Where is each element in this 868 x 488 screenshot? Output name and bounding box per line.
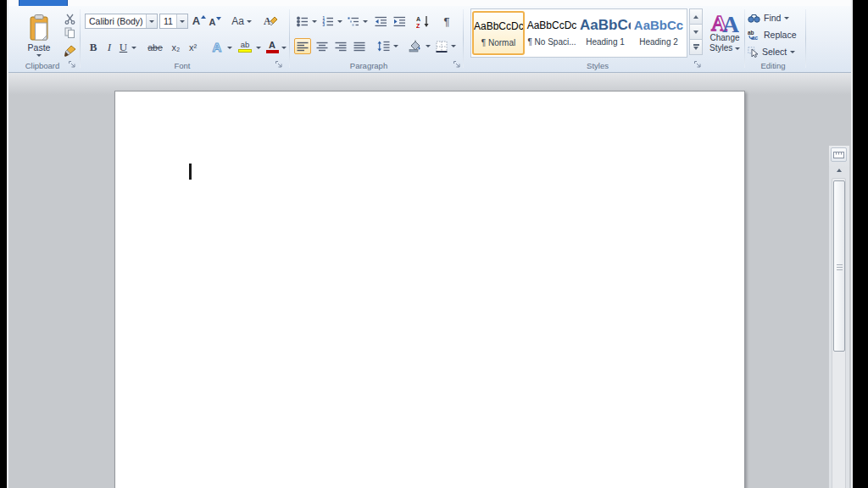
style-no-spacing-name: ¶ No Spaci... [526, 37, 577, 47]
text-effects-dropdown-icon[interactable] [225, 40, 234, 55]
tab-home-active[interactable] [19, 0, 68, 6]
font-name-value: Calibri (Body) [89, 16, 143, 26]
style-heading2[interactable]: AaBbCc Heading 2 [632, 11, 685, 55]
font-name-combo[interactable]: Calibri (Body) [85, 14, 158, 29]
grow-font-button[interactable]: A [192, 13, 207, 29]
sort-button[interactable]: A Z [414, 13, 432, 30]
font-color-button[interactable]: A [264, 38, 280, 55]
shading-button[interactable] [405, 37, 424, 54]
borders-button[interactable] [434, 38, 449, 54]
italic-button[interactable]: I [103, 40, 115, 55]
borders-grid-icon [436, 41, 448, 53]
line-spacing-icon [377, 41, 390, 52]
highlight-button[interactable]: ab [236, 38, 254, 55]
underline-button[interactable]: U [117, 40, 130, 55]
text-effects-label: A [213, 40, 222, 54]
line-spacing-button[interactable] [375, 38, 392, 54]
line-spacing-dropdown-icon[interactable] [392, 38, 399, 54]
strikethrough-button[interactable]: abe [144, 40, 166, 55]
shrink-font-button[interactable]: A [209, 14, 222, 29]
view-ruler-toggle-button[interactable] [831, 147, 847, 162]
svg-text:A: A [722, 11, 739, 33]
change-styles-icon: A A [710, 9, 739, 33]
svg-text:Z: Z [416, 22, 420, 28]
change-styles-button[interactable]: A A Change Styles [707, 9, 743, 65]
format-painter-brush-icon [64, 45, 76, 58]
multilevel-dropdown-icon[interactable] [361, 14, 369, 29]
clear-formatting-eraser-icon: A [263, 14, 278, 28]
bold-button[interactable]: B [86, 40, 100, 55]
styles-scroll-up-button[interactable] [689, 8, 703, 25]
styles-gallery-more-button[interactable] [689, 39, 703, 55]
pilcrow-icon: ¶ [444, 15, 450, 28]
paste-label: Paste [28, 42, 51, 53]
numbering-dropdown-icon[interactable] [336, 14, 343, 29]
font-size-dropdown-icon[interactable] [176, 14, 187, 28]
increase-indent-button[interactable] [392, 14, 408, 29]
style-no-spacing[interactable]: AaBbCcDc ¶ No Spaci... [526, 11, 578, 55]
paste-button[interactable]: Paste [20, 8, 58, 61]
font-dialog-launcher-icon[interactable] [275, 60, 283, 69]
shrink-font-label: A [209, 17, 216, 27]
scissors-icon [64, 14, 75, 25]
borders-dropdown-icon[interactable] [449, 38, 457, 54]
italic-label: I [108, 41, 111, 54]
multilevel-list-button[interactable] [346, 14, 361, 29]
document-page[interactable] [114, 91, 745, 488]
text-effects-button[interactable]: A [209, 38, 225, 55]
paragraph-dialog-launcher-icon[interactable] [453, 60, 461, 69]
justify-icon [353, 42, 365, 52]
font-color-dropdown-icon[interactable] [280, 40, 287, 55]
style-heading1[interactable]: AaBbCc Heading 1 [579, 11, 632, 55]
copy-button[interactable] [61, 26, 78, 39]
cut-button[interactable] [61, 13, 78, 25]
replace-icon: ab ac [748, 30, 760, 40]
shading-dropdown-icon[interactable] [424, 38, 431, 54]
clipboard-group-label: Clipboard [15, 61, 70, 70]
clear-formatting-button[interactable]: A [261, 12, 280, 29]
styles-dialog-launcher-icon[interactable] [693, 60, 702, 69]
strikethrough-label: abe [147, 42, 163, 53]
justify-button[interactable] [351, 38, 368, 54]
font-name-dropdown-icon[interactable] [146, 14, 157, 28]
superscript-button[interactable]: x² [186, 40, 200, 55]
decrease-indent-button[interactable] [373, 14, 389, 29]
clipboard-dialog-launcher-icon[interactable] [68, 60, 76, 69]
style-normal-preview: AaBbCcDc [474, 13, 523, 38]
font-group-label: Font [85, 61, 280, 70]
numbered-list-icon: 123 [322, 16, 334, 27]
format-painter-button[interactable] [61, 43, 78, 58]
increase-indent-icon [393, 16, 406, 27]
find-button[interactable]: Find [748, 11, 789, 25]
font-color-label: A [269, 41, 275, 50]
scrollbar-up-button[interactable] [831, 164, 847, 176]
highlight-dropdown-icon[interactable] [254, 40, 263, 55]
document-workspace[interactable] [8, 73, 851, 488]
scrollbar-track[interactable] [832, 178, 846, 488]
subscript-label: x₂ [172, 42, 181, 53]
show-hide-pilcrow-button[interactable]: ¶ [439, 13, 454, 30]
align-right-button[interactable] [332, 38, 349, 54]
numbering-button[interactable]: 123 [320, 14, 336, 29]
copy-icon [64, 27, 75, 38]
underline-dropdown-icon[interactable] [130, 40, 138, 55]
bullets-button[interactable] [295, 14, 310, 29]
align-right-icon [335, 42, 347, 52]
find-binoculars-icon [748, 14, 760, 23]
subscript-button[interactable]: x₂ [169, 40, 183, 55]
shrink-font-arrow-icon [216, 17, 221, 20]
scrollbar-thumb[interactable] [833, 180, 845, 352]
find-label: Find [764, 13, 781, 23]
replace-button[interactable]: ab ac Replace [748, 28, 797, 42]
align-center-button[interactable] [314, 38, 331, 54]
align-left-button[interactable] [294, 38, 311, 54]
change-styles-label-line1: Change [709, 33, 739, 43]
ribbon-home: Paste [8, 6, 851, 73]
select-button[interactable]: Select [748, 45, 795, 58]
change-case-button[interactable]: Aa [231, 14, 253, 29]
bullets-dropdown-icon[interactable] [310, 14, 318, 29]
styles-scroll-down-button[interactable] [689, 24, 703, 40]
font-size-combo[interactable]: 11 [159, 14, 188, 29]
style-normal[interactable]: AaBbCcDc ¶ Normal [472, 11, 525, 55]
change-styles-label-line2: Styles [709, 43, 740, 53]
